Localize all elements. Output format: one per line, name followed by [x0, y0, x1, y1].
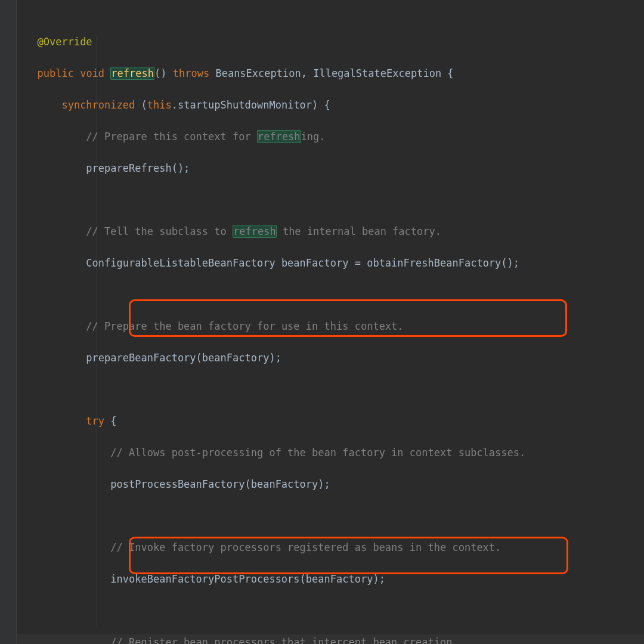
kw-try: try: [86, 415, 104, 427]
blank-line: [25, 603, 644, 619]
kw-synchronized: synchronized: [61, 99, 135, 111]
code-line: postProcessBeanFactory(beanFactory);: [25, 476, 644, 493]
code-line: prepareRefresh();: [25, 160, 644, 177]
code-editor[interactable]: @Override public void refresh() throws B…: [11, 0, 644, 644]
code-line: @Override: [25, 34, 644, 50]
call-prepareRefresh: prepareRefresh();: [86, 162, 190, 174]
code-line: invokeBeanFactoryPostProcessors(beanFact…: [25, 571, 644, 587]
blank-line: [25, 192, 644, 208]
code-line: synchronized (this.startupShutdownMonito…: [25, 97, 644, 113]
comment: // Prepare this context for refreshing.: [86, 130, 325, 143]
code-line: public void refresh() throws BeansExcept…: [25, 66, 644, 82]
comment: // Tell the subclass to refresh the inte…: [86, 225, 441, 238]
code-line: // Invoke factory processors registered …: [25, 540, 644, 556]
kw-public: public: [37, 67, 73, 79]
comment: // Invoke factory processors registered …: [110, 541, 501, 553]
code-line: try {: [25, 413, 644, 429]
call-postProcessBeanFactory: postProcessBeanFactory(beanFactory);: [110, 478, 330, 490]
comment: // Allows post-processing of the bean fa…: [110, 447, 525, 459]
code-line: // Tell the subclass to refresh the inte…: [25, 224, 644, 240]
code-line: // Allows post-processing of the bean fa…: [25, 445, 644, 461]
code-line: // Prepare the bean factory for use in t…: [25, 318, 644, 335]
call-invokeBeanFactoryPostProcessors: invokeBeanFactoryPostProcessors(beanFact…: [110, 573, 385, 585]
kw-void: void: [80, 67, 104, 79]
call-prepareBeanFactory: prepareBeanFactory(beanFactory);: [86, 352, 281, 364]
comment: // Prepare the bean factory for use in t…: [86, 320, 403, 332]
kw-throws: throws: [173, 67, 209, 79]
call-obtainFreshBeanFactory: ConfigurableListableBeanFactory beanFact…: [86, 257, 519, 269]
code-line: // Register bean processors that interce…: [25, 634, 644, 644]
blank-line: [25, 382, 644, 398]
code-line: prepareBeanFactory(beanFactory);: [25, 350, 644, 366]
comment: // Register bean processors that interce…: [110, 636, 458, 644]
blank-line: [25, 287, 644, 303]
code-line: // Prepare this context for refreshing.: [25, 129, 644, 145]
method-name: refresh: [110, 67, 154, 80]
blank-line: [25, 508, 644, 524]
code-line: ConfigurableListableBeanFactory beanFact…: [25, 255, 644, 271]
annotation: @Override: [37, 36, 92, 48]
